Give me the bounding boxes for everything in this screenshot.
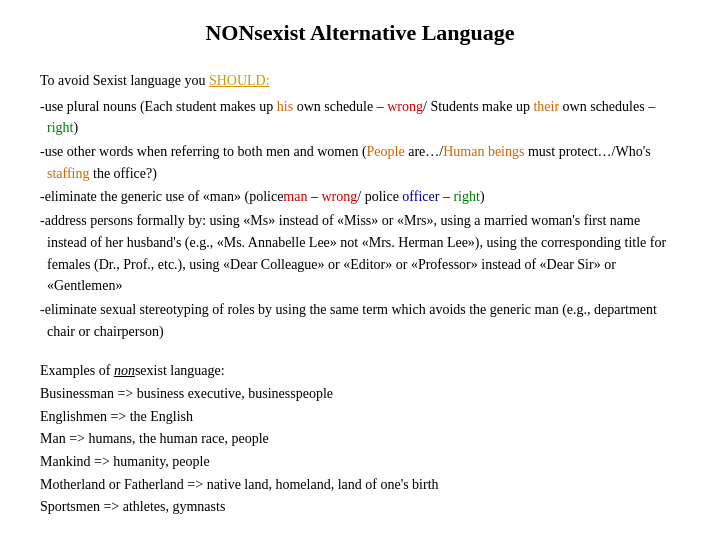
b3-text1: -eliminate the generic use of «man» (pol… (40, 189, 283, 204)
b1-their: their (533, 99, 559, 114)
b2-text1: -use other words when referring to both … (40, 144, 367, 159)
b2-text4: the office?) (90, 166, 157, 181)
should-text: SHOULD: (209, 73, 270, 88)
b2-human: Human beings (443, 144, 524, 159)
b3-text4: – (439, 189, 453, 204)
b3-officer: officer (402, 189, 439, 204)
bullet-2: -use other words when referring to both … (40, 141, 680, 184)
main-content: To avoid Sexist language you SHOULD: -us… (40, 70, 680, 518)
example-item-3: Man => humans, the human race, people (40, 428, 680, 450)
b1-text2: own schedule – (293, 99, 387, 114)
b3-wrong: wrong (321, 189, 357, 204)
b2-text2: are…/ (405, 144, 443, 159)
b1-text3: / Students make up (423, 99, 533, 114)
examples-header: Examples of nonsexist language: (40, 360, 680, 382)
intro-prefix: To avoid Sexist language you (40, 73, 209, 88)
b3-text3: / police (357, 189, 402, 204)
example-item-6: Sportsmen => athletes, gymnasts (40, 496, 680, 518)
bullet-4: -address persons formally by: using «Ms»… (40, 210, 680, 297)
examples-non: non (114, 363, 135, 378)
b1-text1: -use plural nouns (Each student makes up (40, 99, 277, 114)
b2-staffing: staffing (47, 166, 90, 181)
examples-suffix: sexist language: (135, 363, 225, 378)
example-item-2: Englishmen => the English (40, 406, 680, 428)
b3-text5: ) (480, 189, 485, 204)
b1-text5: ) (73, 120, 78, 135)
bullet-1: -use plural nouns (Each student makes up… (40, 96, 680, 139)
example-item-4: Mankind => humanity, people (40, 451, 680, 473)
b1-wrong: wrong (387, 99, 423, 114)
examples-prefix: Examples of (40, 363, 114, 378)
b1-right: right (47, 120, 73, 135)
example-item-1: Businessman => business executive, busin… (40, 383, 680, 405)
bullet-3: -eliminate the generic use of «man» (pol… (40, 186, 680, 208)
b3-right: right (453, 189, 479, 204)
b2-people: People (367, 144, 405, 159)
b3-text2: – (307, 189, 321, 204)
intro-line: To avoid Sexist language you SHOULD: (40, 70, 680, 92)
b2-text3: must protect…/Who's (524, 144, 650, 159)
b1-text4: own schedules – (559, 99, 655, 114)
b3-man: man (283, 189, 307, 204)
example-item-5: Motherland or Fatherland => native land,… (40, 474, 680, 496)
b1-his: his (277, 99, 293, 114)
bullet-5: -eliminate sexual stereotyping of roles … (40, 299, 680, 342)
page-title: NONsexist Alternative Language (40, 20, 680, 46)
examples-section: Examples of nonsexist language: Business… (40, 360, 680, 518)
